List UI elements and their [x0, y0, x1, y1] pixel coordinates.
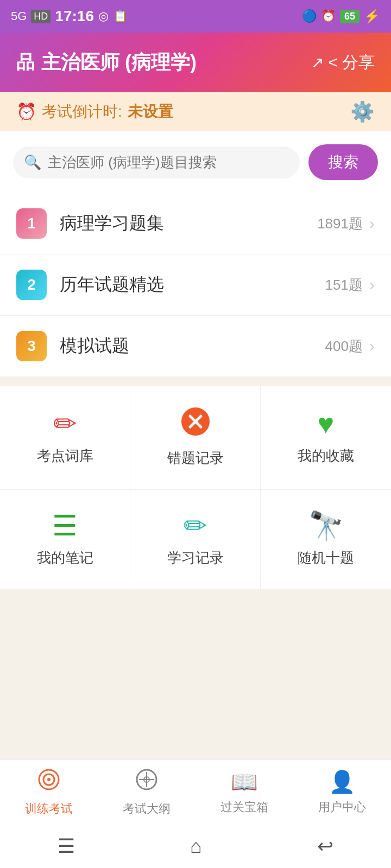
chevron-right-icon-3: ›	[369, 337, 375, 355]
clock-icon: ⏰	[321, 9, 336, 23]
sys-menu-icon[interactable]: ☰	[58, 835, 75, 858]
notes-icon: ☰	[52, 512, 78, 540]
grid-item-biji[interactable]: ☰ 我的笔记	[0, 490, 130, 589]
notification-icon: 📋	[113, 9, 128, 23]
category-num-2: 2	[16, 270, 47, 300]
pencil-icon: ✏	[53, 410, 77, 438]
search-section: 🔍 搜索	[0, 131, 391, 193]
grid-label-shoucang: 我的收藏	[298, 446, 354, 465]
clock-countdown-icon: ⏰	[16, 102, 36, 121]
wrong-icon	[181, 407, 210, 440]
sys-back-icon[interactable]: ↩	[317, 835, 333, 858]
bottom-nav: 训练考试 考试大纲 📖 过关宝箱 👤 用户中心	[0, 760, 391, 825]
category-count-2: 151题	[325, 276, 363, 295]
binoculars-icon: 🔭	[308, 512, 344, 540]
category-name-1: 病理学习题集	[60, 212, 317, 235]
app-title: 主治医师 (病理学)	[41, 49, 197, 76]
countdown-text-group: ⏰ 考试倒计时: 未设置	[16, 101, 173, 122]
list-item[interactable]: 2 历年试题精选 151题 ›	[0, 254, 391, 316]
nav-label-outline: 考试大纲	[123, 801, 171, 817]
nav-outline-icon	[135, 768, 159, 796]
category-name-2: 历年试题精选	[60, 273, 325, 297]
time-display: 17:16	[55, 8, 94, 25]
chevron-right-icon-2: ›	[369, 276, 375, 294]
svg-point-5	[47, 778, 51, 781]
charging-icon: ⚡	[364, 9, 380, 24]
heart-icon: ♥	[318, 410, 335, 438]
nav-train-icon	[37, 768, 61, 796]
chevron-right-icon-1: ›	[369, 214, 375, 233]
grid-item-kaodian[interactable]: ✏ 考点词库	[0, 386, 130, 490]
share-icon: ↗	[311, 54, 324, 72]
status-right: 🔵 ⏰ 65 ⚡	[302, 9, 380, 24]
search-input[interactable]	[48, 154, 289, 171]
settings-gear-icon[interactable]: ⚙️	[350, 100, 375, 123]
grid-item-suiji[interactable]: 🔭 随机十题	[261, 490, 391, 589]
countdown-value: 未设置	[128, 101, 173, 122]
nav-item-train[interactable]: 训练考试	[25, 768, 73, 817]
grid-label-xuexi: 学习记录	[167, 548, 224, 567]
share-label: < 分享	[328, 52, 375, 74]
location-icon: ◎	[98, 9, 109, 23]
grid-item-xuexi[interactable]: ✏ 学习记录	[130, 490, 261, 589]
list-item[interactable]: 3 模拟试题 400题 ›	[0, 316, 391, 377]
category-list: 1 病理学习题集 1891题 › 2 历年试题精选 151题 › 3 模拟试题 …	[0, 193, 391, 377]
share-button[interactable]: ↗ < 分享	[311, 52, 375, 74]
sys-home-icon[interactable]: ⌂	[190, 835, 202, 858]
feature-grid: ✏ 考点词库 错题记录 ♥ 我的收藏 ☰ 我的笔记 ✏ 学习记录 🔭 随机十题	[0, 386, 391, 589]
grid-label-cuoti: 错题记录	[167, 449, 224, 468]
nav-treasure-icon: 📖	[231, 769, 258, 795]
app-logo-icon: 品	[16, 50, 35, 75]
system-nav-bar: ☰ ⌂ ↩	[0, 825, 391, 868]
grid-label-suiji: 随机十题	[298, 548, 354, 567]
grid-label-biji: 我的笔记	[37, 548, 93, 567]
bluetooth-icon: 🔵	[302, 9, 317, 23]
category-num-3: 3	[16, 331, 47, 361]
nav-user-icon: 👤	[329, 769, 356, 795]
nav-item-outline[interactable]: 考试大纲	[123, 768, 171, 817]
nav-item-treasure[interactable]: 📖 过关宝箱	[220, 769, 268, 815]
grid-label-kaodian: 考点词库	[37, 446, 93, 465]
hd-icon: HD	[31, 10, 51, 23]
countdown-label: 考试倒计时:	[42, 101, 122, 122]
search-magnifier-icon: 🔍	[24, 154, 41, 171]
grid-item-cuoti[interactable]: 错题记录	[130, 386, 261, 490]
category-count-3: 400题	[325, 337, 363, 356]
signal-icon: 5G	[11, 9, 27, 23]
header-title-group: 品 主治医师 (病理学)	[16, 49, 197, 76]
nav-label-treasure: 过关宝箱	[220, 799, 268, 815]
category-count-1: 1891题	[317, 214, 363, 233]
search-button[interactable]: 搜索	[308, 144, 378, 180]
grid-item-shoucang[interactable]: ♥ 我的收藏	[261, 386, 391, 490]
status-left: 5G HD 17:16 ◎ 📋	[11, 8, 128, 25]
app-header: 品 主治医师 (病理学) ↗ < 分享	[0, 33, 391, 92]
status-bar: 5G HD 17:16 ◎ 📋 🔵 ⏰ 65 ⚡	[0, 0, 391, 33]
nav-label-user: 用户中心	[318, 799, 366, 815]
study-icon: ✏	[184, 512, 207, 540]
search-input-wrapper[interactable]: 🔍	[13, 146, 300, 178]
nav-item-user[interactable]: 👤 用户中心	[318, 769, 366, 815]
list-item[interactable]: 1 病理学习题集 1891题 ›	[0, 193, 391, 254]
countdown-bar: ⏰ 考试倒计时: 未设置 ⚙️	[0, 92, 391, 131]
battery-display: 65	[340, 10, 360, 23]
nav-label-train: 训练考试	[25, 801, 73, 817]
category-num-1: 1	[16, 208, 47, 239]
category-name-3: 模拟试题	[60, 334, 325, 358]
